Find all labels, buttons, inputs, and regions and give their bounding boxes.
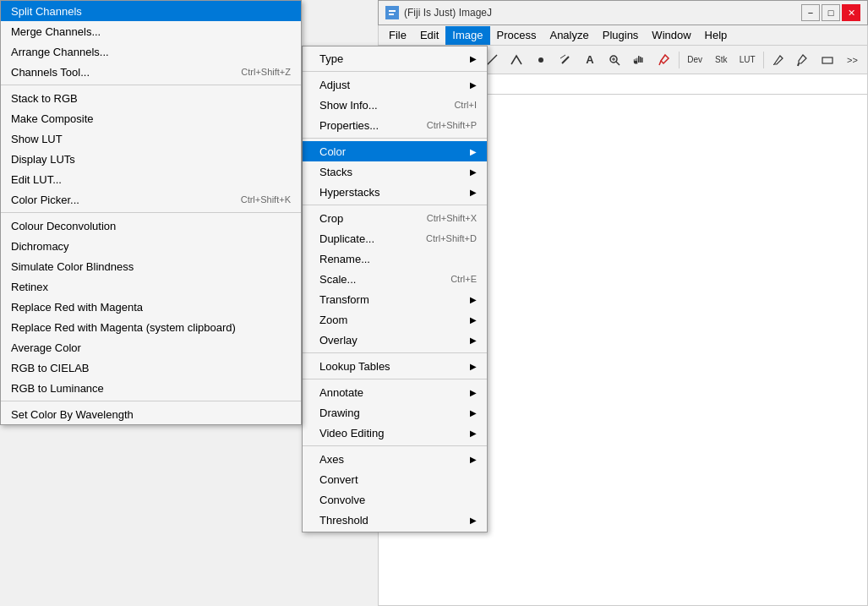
- menu-edit[interactable]: Edit: [413, 26, 445, 45]
- submenu-edit-lut[interactable]: Edit LUT...: [1, 169, 301, 189]
- submenu-merge-channels[interactable]: Merge Channels...: [1, 21, 301, 41]
- menu-file[interactable]: File: [382, 26, 413, 45]
- tool-text[interactable]: A: [579, 49, 602, 71]
- arrow-icon: [470, 80, 477, 90]
- menu-entry-convert[interactable]: Convert: [303, 469, 487, 489]
- divider: [1, 212, 301, 213]
- submenu-average-color[interactable]: Average Color: [1, 337, 301, 358]
- color-submenu: Split Channels Merge Channels... Arrange…: [0, 0, 302, 425]
- menu-entry-hyperstacks[interactable]: Hyperstacks: [303, 182, 487, 202]
- submenu-replace-red-magenta-clipboard[interactable]: Replace Red with Magenta (system clipboa…: [1, 317, 301, 337]
- divider: [1, 401, 301, 401]
- menu-bar: File Edit Image Process Analyze Plugins …: [378, 25, 868, 46]
- minimize-button[interactable]: −: [801, 4, 820, 21]
- toolbar-sep1: [679, 52, 680, 68]
- title-bar: (Fiji Is Just) ImageJ − □ ✕: [378, 0, 868, 25]
- menu-entry-transform[interactable]: Transform: [303, 289, 487, 309]
- submenu-set-color-wavelength[interactable]: Set Color By Wavelength: [1, 404, 301, 424]
- menu-entry-type[interactable]: Type: [303, 48, 487, 68]
- menu-entry-rename[interactable]: Rename...: [303, 248, 487, 269]
- tool-pencil[interactable]: [767, 49, 790, 71]
- menu-entry-annotate[interactable]: Annotate: [303, 382, 487, 402]
- svg-rect-0: [387, 8, 397, 18]
- menu-entry-axes[interactable]: Axes: [303, 449, 487, 469]
- arrow-icon: [470, 54, 477, 63]
- menu-entry-color[interactable]: Color: [303, 141, 487, 161]
- menu-entry-scale[interactable]: Scale... Ctrl+E: [303, 269, 487, 289]
- svg-line-7: [562, 57, 569, 63]
- tool-zoom[interactable]: [603, 49, 626, 71]
- tool-wand[interactable]: [554, 49, 576, 71]
- submenu-replace-red-magenta[interactable]: Replace Red with Magenta: [1, 297, 301, 317]
- menu-help[interactable]: Help: [698, 26, 734, 45]
- tool-eraser[interactable]: [816, 49, 839, 71]
- svg-line-10: [616, 62, 620, 65]
- menu-entry-drawing[interactable]: Drawing: [303, 402, 487, 423]
- tool-dropper[interactable]: [652, 49, 675, 71]
- tool-hand[interactable]: [628, 49, 651, 71]
- tool-point[interactable]: [529, 49, 552, 71]
- menu-entry-adjust[interactable]: Adjust: [303, 74, 487, 95]
- submenu-stack-to-rgb[interactable]: Stack to RGB: [1, 88, 301, 108]
- submenu-retinex[interactable]: Retinex: [1, 276, 301, 297]
- svg-point-6: [538, 57, 543, 63]
- submenu-rgb-to-cielab[interactable]: RGB to CIELAB: [1, 358, 301, 378]
- title-bar-controls: − □ ✕: [801, 4, 860, 21]
- arrow-icon: [470, 362, 477, 371]
- menu-window[interactable]: Window: [645, 26, 697, 45]
- menu-analyze[interactable]: Analyze: [543, 26, 595, 45]
- menu-plugins[interactable]: Plugins: [596, 26, 646, 45]
- svg-rect-13: [638, 56, 640, 63]
- submenu-make-composite[interactable]: Make Composite: [1, 108, 301, 128]
- submenu-color-picker[interactable]: Color Picker... Ctrl+Shift+K: [1, 189, 301, 210]
- menu-entry-overlay[interactable]: Overlay: [303, 330, 487, 350]
- arrow-icon: [470, 188, 477, 197]
- menu-image[interactable]: Image: [445, 26, 489, 45]
- svg-line-8: [560, 55, 565, 58]
- submenu-display-luts[interactable]: Display LUTs: [1, 149, 301, 169]
- menu-entry-zoom[interactable]: Zoom: [303, 309, 487, 330]
- arrow-icon: [470, 147, 477, 156]
- menu-entry-stacks[interactable]: Stacks: [303, 161, 487, 182]
- tool-dev[interactable]: Dev: [683, 49, 707, 71]
- submenu-channels-tool[interactable]: Channels Tool... Ctrl+Shift+Z: [1, 62, 301, 82]
- arrow-icon: [470, 167, 477, 177]
- menu-entry-threshold[interactable]: Threshold: [303, 510, 487, 530]
- menu-entry-lookup-tables[interactable]: Lookup Tables: [303, 356, 487, 376]
- submenu-arrange-channels[interactable]: Arrange Channels...: [1, 41, 301, 62]
- arrow-icon: [470, 295, 477, 304]
- title-bar-left: (Fiji Is Just) ImageJ: [385, 6, 492, 19]
- svg-rect-19: [822, 57, 833, 63]
- svg-rect-14: [640, 57, 641, 63]
- svg-rect-15: [641, 57, 643, 63]
- submenu-colour-deconvolution[interactable]: Colour Deconvolution: [1, 216, 301, 236]
- arrow-icon: [470, 315, 477, 325]
- submenu-simulate-color-blindness[interactable]: Simulate Color Blindness: [1, 256, 301, 276]
- tool-angle[interactable]: [505, 49, 527, 71]
- app-title: (Fiji Is Just) ImageJ: [404, 7, 492, 19]
- submenu-show-lut[interactable]: Show LUT: [1, 128, 301, 149]
- arrow-icon: [470, 408, 477, 418]
- tool-more[interactable]: >>: [841, 49, 864, 71]
- divider: [303, 379, 487, 379]
- divider: [303, 352, 487, 353]
- divider: [1, 85, 301, 85]
- tool-stk[interactable]: Stk: [709, 49, 734, 71]
- divider: [303, 445, 487, 446]
- restore-button[interactable]: □: [822, 4, 840, 21]
- menu-entry-convolve[interactable]: Convolve: [303, 489, 487, 510]
- tool-brush[interactable]: [792, 49, 815, 71]
- tool-lut[interactable]: LUT: [735, 49, 760, 71]
- submenu-dichromacy[interactable]: Dichromacy: [1, 236, 301, 256]
- svg-rect-1: [389, 10, 396, 12]
- menu-process[interactable]: Process: [490, 26, 543, 45]
- menu-entry-duplicate[interactable]: Duplicate... Ctrl+Shift+D: [303, 228, 487, 248]
- menu-entry-video-editing[interactable]: Video Editing: [303, 423, 487, 443]
- close-button[interactable]: ✕: [842, 4, 860, 21]
- menu-entry-show-info[interactable]: Show Info... Ctrl+I: [303, 95, 487, 115]
- submenu-split-channels[interactable]: Split Channels: [1, 1, 301, 21]
- submenu-rgb-to-luminance[interactable]: RGB to Luminance: [1, 378, 301, 398]
- divider: [303, 138, 487, 139]
- menu-entry-crop[interactable]: Crop Ctrl+Shift+X: [303, 208, 487, 228]
- menu-entry-properties[interactable]: Properties... Ctrl+Shift+P: [303, 115, 487, 135]
